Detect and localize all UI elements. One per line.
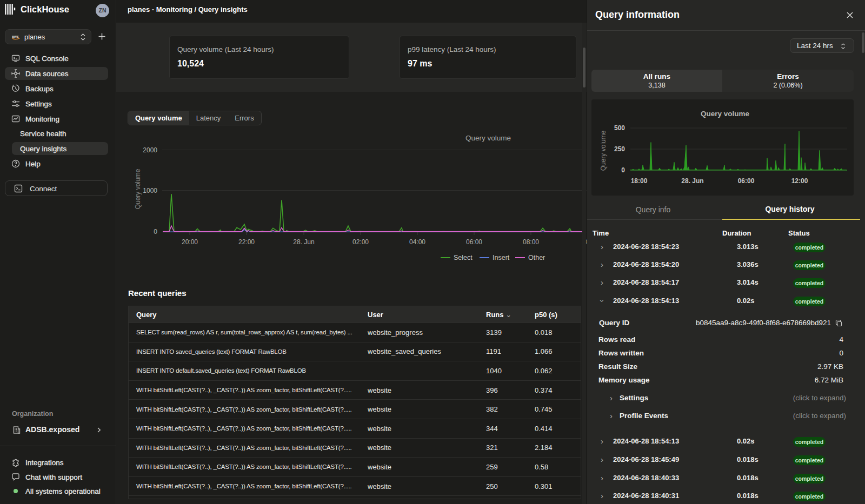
- svg-text:Query volume: Query volume: [465, 134, 511, 142]
- svg-text:Query volume: Query volume: [600, 130, 607, 171]
- svg-text:12:00: 12:00: [791, 177, 808, 185]
- svg-text:02:00: 02:00: [352, 238, 369, 246]
- svg-text:250: 250: [614, 145, 625, 153]
- svg-text:20:00: 20:00: [182, 238, 198, 246]
- svg-text:Select: Select: [454, 254, 473, 261]
- svg-text:Query volume: Query volume: [701, 110, 750, 118]
- svg-text:2000: 2000: [143, 146, 157, 154]
- svg-text:06:00: 06:00: [738, 177, 755, 185]
- svg-text:aws: aws: [12, 35, 19, 38]
- svg-text:08:00: 08:00: [523, 238, 539, 246]
- svg-text:28. Jun: 28. Jun: [681, 177, 703, 185]
- svg-text:06:00: 06:00: [466, 238, 482, 246]
- svg-text:Other: Other: [528, 254, 545, 261]
- svg-text:18:00: 18:00: [631, 177, 648, 185]
- svg-text:Insert: Insert: [493, 254, 510, 261]
- svg-text:0: 0: [621, 166, 625, 174]
- svg-text:04:00: 04:00: [409, 238, 425, 246]
- svg-text:28. Jun: 28. Jun: [293, 238, 314, 246]
- svg-text:Query volume: Query volume: [134, 169, 142, 209]
- svg-text:500: 500: [614, 124, 625, 132]
- svg-text:0: 0: [154, 228, 157, 236]
- svg-text:1000: 1000: [143, 187, 157, 194]
- svg-text:22:00: 22:00: [238, 238, 255, 246]
